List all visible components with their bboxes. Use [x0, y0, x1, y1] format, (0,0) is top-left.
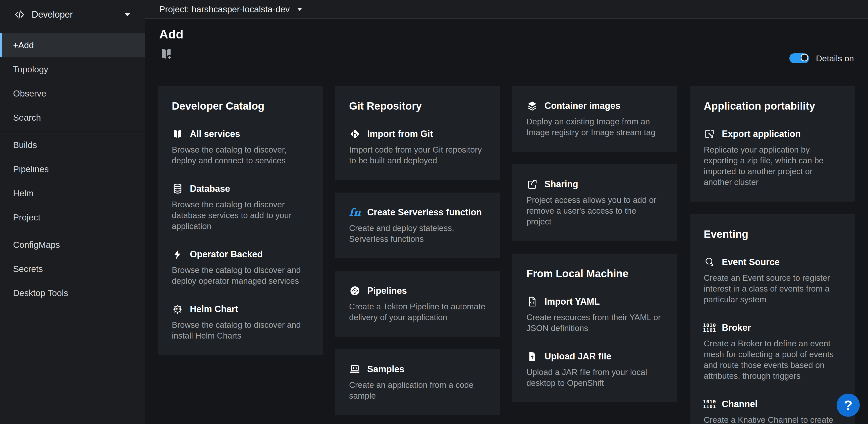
card-eventing[interactable]: Eventing Event Source	[690, 214, 855, 424]
add-item-export-application[interactable]: Export application Replicate your applic…	[704, 128, 841, 188]
project-selector-label: Project: harshcasper-localsta-dev	[159, 4, 289, 14]
chevron-down-icon	[297, 8, 302, 11]
page-header: Add Details on	[145, 19, 868, 72]
laptop-code-icon	[349, 363, 361, 375]
card-title: Eventing	[704, 228, 841, 240]
add-item-broker[interactable]: 10101101 Broker Create a Broker to defin…	[704, 322, 841, 381]
cards-column-3: Container images Deploy an existing Imag…	[513, 86, 677, 402]
item-description: Browse the catalog to discover and deplo…	[172, 265, 309, 286]
item-title: Helm Chart	[190, 304, 238, 314]
add-item-channel[interactable]: 10101101 Channel Create a Knative Channe…	[704, 398, 841, 424]
sidebar-item-helm[interactable]: Helm	[0, 181, 145, 205]
event-source-icon	[704, 256, 715, 268]
project-selector[interactable]: Project: harshcasper-localsta-dev	[159, 4, 302, 14]
book-plus-icon[interactable]	[159, 47, 173, 60]
sidebar-item-search[interactable]: Search	[0, 106, 145, 130]
sidebar-item-topology[interactable]: Topology	[0, 57, 145, 81]
item-title: Samples	[367, 364, 404, 374]
add-item-import-from-git[interactable]: Import from Git Import code from your Gi…	[349, 128, 486, 166]
add-item-container-images[interactable]: Container images Deploy an existing Imag…	[526, 100, 663, 138]
nav-divider	[0, 231, 145, 231]
item-title: Broker	[722, 322, 751, 333]
card-title: From Local Machine	[526, 268, 663, 280]
add-item-create-serverless-function[interactable]: fn Create Serverless function Create and…	[349, 206, 486, 244]
sidebar-item-builds[interactable]: Builds	[0, 133, 145, 157]
file-code-icon	[526, 296, 538, 307]
perspective-label: Developer	[32, 9, 125, 20]
card-container-images[interactable]: Container images Deploy an existing Imag…	[513, 86, 677, 152]
item-title: Export application	[722, 129, 801, 139]
item-description: Import code from your Git repository to …	[349, 144, 486, 166]
binary-icon: 10101101	[704, 398, 715, 410]
layers-icon	[526, 100, 538, 112]
item-title: Operator Backed	[190, 249, 263, 260]
sidebar-item-secrets[interactable]: Secrets	[0, 257, 145, 281]
item-description: Create a Tekton Pipeline to automate del…	[349, 301, 486, 323]
card-from-local-machine[interactable]: From Local Machine Im	[513, 254, 677, 402]
card-title: Application portability	[704, 100, 841, 112]
item-description: Create and deploy stateless, Serverless …	[349, 223, 486, 244]
svg-text:HELM: HELM	[175, 308, 181, 310]
item-description: Create a Knative Channel to create an ev…	[704, 415, 841, 424]
item-description: Create resources from their YAML or JSON…	[526, 312, 663, 334]
item-description: Project access allows you to add or remo…	[526, 195, 663, 227]
details-toggle-label: Details on	[816, 54, 854, 63]
database-icon	[172, 183, 183, 195]
card-pipelines[interactable]: Pipelines Create a Tekton Pipeline to au…	[335, 271, 500, 337]
item-title: All services	[190, 129, 240, 139]
item-title: Create Serverless function	[367, 207, 482, 218]
perspective-switcher[interactable]: Developer	[0, 0, 145, 29]
details-toggle[interactable]	[789, 53, 809, 63]
book-open-icon	[172, 128, 183, 140]
sidebar-nav: +Add Topology Observe Search Builds Pipe…	[0, 29, 145, 305]
item-description: Upload a JAR file from your local deskto…	[526, 367, 663, 388]
sidebar-item-observe[interactable]: Observe	[0, 81, 145, 106]
card-developer-catalog[interactable]: Developer Catalog All services	[158, 86, 323, 355]
item-title: Import YAML	[545, 296, 600, 307]
add-item-upload-jar-file[interactable]: Upload JAR file Upload a JAR file from y…	[526, 350, 663, 388]
sidebar-item-configmaps[interactable]: ConfigMaps	[0, 233, 145, 257]
binary-icon: 10101101	[704, 322, 715, 334]
bolt-icon	[172, 249, 183, 260]
sidebar-item-project[interactable]: Project	[0, 205, 145, 229]
add-item-samples[interactable]: Samples Create an application from a cod…	[349, 363, 486, 401]
git-icon	[349, 128, 361, 140]
sidebar-item-desktop-tools[interactable]: Desktop Tools	[0, 281, 145, 305]
add-cards-grid: Developer Catalog All services	[145, 72, 868, 424]
card-application-portability[interactable]: Application portability	[690, 86, 855, 202]
add-item-operator-backed[interactable]: Operator Backed Browse the catalog to di…	[172, 249, 309, 286]
toggle-knob	[801, 54, 808, 61]
item-title: Import from Git	[367, 129, 433, 139]
tekton-icon	[349, 285, 361, 296]
item-description: Replicate your application by exporting …	[704, 144, 841, 188]
add-item-event-source[interactable]: Event Source Create an Event source to r…	[704, 256, 841, 305]
add-page: Add Details on	[145, 19, 868, 424]
sidebar-item-add[interactable]: +Add	[0, 33, 145, 57]
card-serverless-function[interactable]: fn Create Serverless function Create and…	[335, 193, 500, 258]
helm-icon: HELM	[172, 303, 183, 315]
card-samples[interactable]: Samples Create an application from a cod…	[335, 349, 500, 415]
question-mark-icon: ?	[844, 397, 852, 414]
add-item-pipelines[interactable]: Pipelines Create a Tekton Pipeline to au…	[349, 285, 486, 323]
cards-column-2: Git Repository	[335, 86, 500, 415]
add-item-helm-chart[interactable]: HELM Helm Chart Browse the catalog to di…	[172, 303, 309, 341]
item-description: Create a Broker to define an event mesh …	[704, 338, 841, 381]
card-git-repository[interactable]: Git Repository	[335, 86, 500, 180]
card-title: Git Repository	[349, 100, 486, 112]
item-description: Browse the catalog to discover, deploy a…	[172, 144, 309, 166]
sidebar-item-pipelines[interactable]: Pipelines	[0, 157, 145, 181]
cards-column-4: Application portability	[690, 86, 855, 424]
share-icon	[526, 178, 538, 190]
fn-icon: fn	[349, 206, 361, 218]
item-title: Upload JAR file	[545, 351, 611, 362]
code-icon	[14, 9, 25, 20]
chevron-down-icon	[125, 13, 130, 16]
help-button[interactable]: ?	[837, 394, 860, 417]
add-item-all-services[interactable]: All services Browse the catalog to disco…	[172, 128, 309, 166]
card-title: Developer Catalog	[172, 100, 309, 112]
add-item-sharing[interactable]: Sharing Project access allows you to add…	[526, 178, 663, 227]
card-sharing[interactable]: Sharing Project access allows you to add…	[513, 164, 677, 241]
add-item-database[interactable]: Database Browse the catalog to discover …	[172, 183, 309, 231]
add-item-import-yaml[interactable]: Import YAML Create resources from their …	[526, 296, 663, 334]
item-title: Sharing	[545, 179, 578, 190]
